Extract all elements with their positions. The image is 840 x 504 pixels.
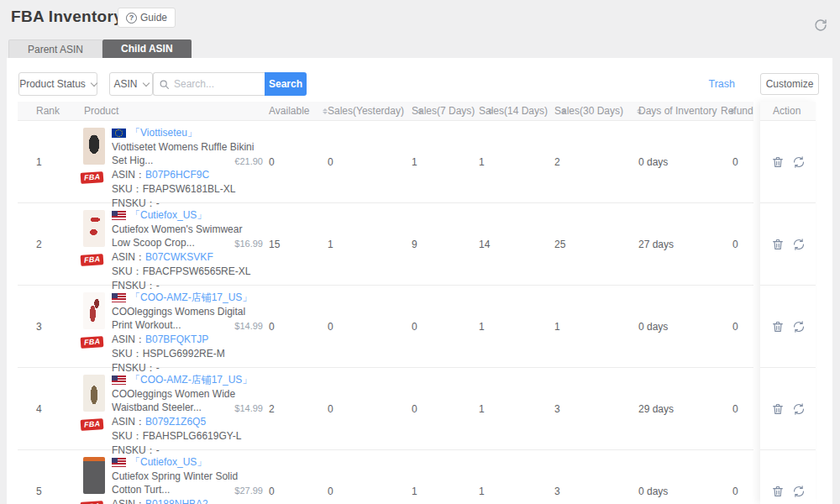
- guide-button-label: Guide: [140, 12, 167, 24]
- delete-icon[interactable]: [771, 155, 785, 169]
- available-value: 0: [269, 321, 275, 333]
- available-value: 0: [269, 486, 275, 497]
- trash-link[interactable]: Trash: [709, 78, 736, 90]
- sync-icon[interactable]: [792, 238, 806, 251]
- search-field-dropdown[interactable]: ASIN: [109, 72, 153, 96]
- column-header-label: Sales(14 Days): [479, 105, 548, 117]
- store-link[interactable]: 「COO-AMZ-店铺17_US」: [130, 373, 252, 386]
- available-value: 15: [269, 239, 280, 250]
- action-column-body: [760, 121, 816, 504]
- tab-child-asin[interactable]: Child ASIN: [102, 39, 192, 58]
- rank-value: 4: [36, 403, 42, 415]
- asin-link[interactable]: B07CWKSVKF: [145, 251, 213, 263]
- days-of-inventory-value: 0 days: [638, 321, 668, 333]
- country-flag-icon: [112, 458, 126, 467]
- table-header-row: Rank Product Available Sales(Yesterday) …: [18, 102, 753, 121]
- delete-icon[interactable]: [771, 320, 785, 333]
- product-image: [83, 375, 105, 412]
- column-header-refunds[interactable]: Refunds: [721, 102, 753, 120]
- delete-icon[interactable]: [771, 485, 785, 498]
- sales-7-days-value: 0: [412, 321, 417, 333]
- guide-button[interactable]: ? Guide: [118, 8, 176, 28]
- refresh-page-icon[interactable]: [813, 18, 828, 33]
- sku-value: HSPLG6992RE-M: [143, 348, 225, 360]
- product-price: $27.99: [234, 484, 263, 497]
- delete-icon[interactable]: [771, 238, 785, 251]
- sales-yesterday-value: 0: [328, 321, 333, 333]
- days-of-inventory-value: 27 days: [638, 239, 674, 250]
- asin-label: ASIN：: [112, 333, 145, 345]
- country-flag-icon: [112, 211, 126, 220]
- product-price: $14.99: [234, 319, 263, 333]
- sku-value: FBAPSW6181BL-XL: [143, 183, 236, 195]
- product-image: [83, 292, 105, 329]
- asin-link[interactable]: B07BFQKTJP: [145, 333, 208, 345]
- chevron-down-icon: [142, 79, 149, 86]
- sku-label: SKU：: [112, 348, 143, 360]
- asin-label: ASIN：: [112, 251, 145, 263]
- search-icon: [159, 79, 170, 90]
- sync-icon[interactable]: [792, 155, 806, 169]
- product-price: $14.99: [234, 402, 263, 415]
- table-body: 1 FBA 「Viottiseteu」 Viottisetet Womens R…: [18, 121, 753, 504]
- sales-yesterday-value: 1: [328, 239, 333, 250]
- store-link[interactable]: 「Cutiefox_US」: [130, 455, 207, 469]
- sync-icon[interactable]: [792, 402, 806, 416]
- sales-7-days-value: 1: [412, 486, 417, 497]
- rank-value: 5: [36, 486, 42, 497]
- sku-value: FBACFPSW6565RE-XL: [143, 265, 251, 277]
- column-header-sales-30-days[interactable]: Sales(30 Days): [554, 102, 643, 120]
- product-info: 「Cutiefox_US」 Cutiefox Women's Swimwear …: [112, 208, 265, 292]
- sales-yesterday-value: 0: [328, 403, 333, 415]
- sales-30-days-value: 3: [554, 486, 560, 497]
- action-row: [760, 121, 816, 203]
- available-value: 2: [269, 403, 275, 415]
- action-row: [760, 286, 816, 368]
- action-column: Action: [760, 102, 816, 504]
- product-status-dropdown[interactable]: Product Status: [18, 72, 97, 96]
- action-row: [760, 368, 816, 450]
- asin-link[interactable]: B079Z1Z6Q5: [145, 416, 206, 428]
- product-info: 「Cutiefox_US」 Cutiefox Spring Winter Sol…: [112, 455, 265, 504]
- sales-30-days-value: 25: [554, 239, 565, 250]
- store-link[interactable]: 「COO-AMZ-店铺17_US」: [130, 291, 252, 304]
- column-header-sales-yesterday[interactable]: Sales(Yesterday): [328, 102, 424, 120]
- rank-value: 1: [36, 156, 42, 168]
- product-image: [83, 210, 105, 247]
- asin-link[interactable]: B07P6HCF9C: [145, 169, 209, 181]
- search-button[interactable]: Search: [265, 72, 307, 96]
- fba-badge: FBA: [81, 336, 104, 349]
- column-header-available[interactable]: Available: [269, 102, 329, 120]
- sync-icon[interactable]: [792, 485, 806, 498]
- search-input[interactable]: [174, 78, 258, 90]
- column-header-rank: Rank: [36, 102, 60, 120]
- product-image: [83, 457, 105, 494]
- product-image: [83, 128, 105, 165]
- days-of-inventory-value: 29 days: [638, 403, 674, 415]
- sales-7-days-value: 9: [412, 239, 417, 250]
- delete-icon[interactable]: [771, 402, 785, 416]
- top-bar: FBA Inventory ? Guide: [0, 0, 840, 39]
- product-price: €21.90: [234, 155, 263, 168]
- refunds-value: 0: [732, 239, 738, 250]
- store-link[interactable]: 「Viottiseteu」: [130, 126, 197, 139]
- table-row: 5 FBA 「Cutiefox_US」 Cutiefox Spring Wint…: [18, 450, 753, 504]
- column-header-product: Product: [84, 102, 118, 120]
- column-header-label: Sales(30 Days): [554, 105, 623, 117]
- sales-14-days-value: 1: [479, 486, 485, 497]
- country-flag-icon: [112, 375, 126, 385]
- sales-14-days-value: 1: [479, 321, 485, 333]
- store-link[interactable]: 「Cutiefox_US」: [130, 208, 207, 222]
- days-of-inventory-value: 0 days: [638, 486, 668, 497]
- sales-yesterday-value: 0: [328, 156, 333, 168]
- fba-badge: FBA: [81, 254, 104, 266]
- asin-link[interactable]: B0188NHBA2: [145, 498, 208, 504]
- product-info: 「Viottiseteu」 Viottisetet Womens Ruffle …: [112, 126, 265, 210]
- tab-parent-asin[interactable]: Parent ASIN: [8, 39, 102, 58]
- days-of-inventory-value: 0 days: [638, 156, 668, 168]
- column-header-label: Days of Inventory: [638, 105, 717, 117]
- asin-label: ASIN：: [112, 498, 145, 504]
- customize-button[interactable]: Customize: [760, 73, 819, 95]
- sync-icon[interactable]: [792, 320, 806, 333]
- refunds-value: 0: [732, 321, 738, 333]
